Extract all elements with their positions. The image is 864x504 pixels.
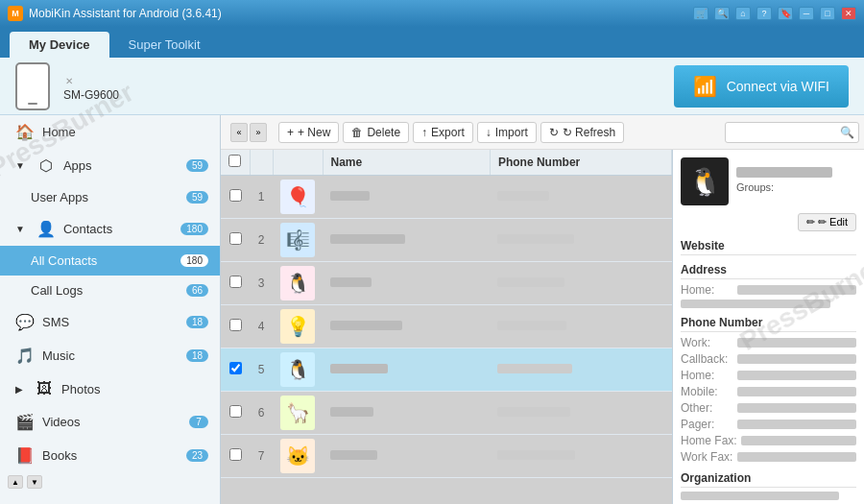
expand-arrow-icon: ▼: [15, 224, 25, 234]
tab-super-toolkit[interactable]: Super Toolkit: [109, 32, 220, 58]
sidebar-item-apps[interactable]: ▼ ⬡ Apps 59: [0, 149, 220, 182]
sidebar-item-all-contacts[interactable]: All Contacts 180: [0, 246, 220, 276]
table-row[interactable]: 7 🐱: [221, 435, 672, 478]
row-phone: [490, 262, 671, 305]
sidebar-item-user-apps[interactable]: User Apps 59: [0, 182, 220, 212]
phone-header: Phone Number: [490, 150, 671, 176]
row-avatar-cell: 🐧: [273, 348, 323, 392]
row-checkbox[interactable]: [229, 405, 242, 418]
row-checkbox[interactable]: [229, 362, 242, 374]
new-icon: +: [287, 126, 294, 139]
table-row[interactable]: 5 🐧: [221, 348, 672, 392]
export-button[interactable]: ↑ Export: [413, 122, 473, 143]
phone-callback-value: [737, 354, 856, 364]
scroll-left-button[interactable]: «: [230, 123, 248, 142]
phone-work-row: Work:: [681, 336, 856, 349]
sidebar-item-sms[interactable]: 💬 SMS 18: [0, 305, 220, 339]
delete-button[interactable]: 🗑 Delete: [343, 122, 409, 143]
sidebar-item-music[interactable]: 🎵 Music 18: [0, 339, 220, 372]
table-row[interactable]: 2 🎼: [221, 219, 672, 262]
sidebar-item-label: SMS: [42, 315, 179, 329]
address-section-title: Address: [681, 263, 856, 279]
search-icon[interactable]: 🔍: [714, 7, 730, 20]
sidebar-item-videos[interactable]: 🎬 Videos 7: [0, 405, 220, 439]
sidebar-item-label: Books: [42, 448, 179, 463]
apps-badge: 59: [186, 159, 208, 172]
scroll-arrows: « »: [230, 123, 267, 142]
cart-icon[interactable]: 🛒: [693, 7, 708, 20]
table-row[interactable]: 3 🐧: [221, 262, 672, 305]
row-checkbox-cell[interactable]: [221, 219, 250, 262]
close-button[interactable]: ✕: [841, 7, 856, 20]
wifi-connect-button[interactable]: 📶 Connect via WIFI: [674, 65, 849, 108]
import-button[interactable]: ↓ Import: [477, 122, 537, 143]
device-header: ✕ SM-G9600 📶 Connect via WIFI: [0, 58, 864, 115]
table-row[interactable]: 4 💡: [221, 305, 672, 348]
row-checkbox[interactable]: [229, 319, 242, 331]
sidebar-scroll-down[interactable]: ▼: [27, 475, 42, 489]
contact-avatar: 💡: [280, 309, 315, 344]
row-number: 7: [250, 435, 273, 478]
user-apps-badge: 59: [186, 191, 208, 204]
phone-home-fax-row: Home Fax:: [681, 434, 856, 447]
avatar-header: [273, 150, 323, 176]
home-icon[interactable]: ⌂: [735, 7, 751, 20]
books-icon: 📕: [15, 446, 35, 465]
new-button[interactable]: + + New: [278, 122, 339, 143]
row-avatar-cell: 🦙: [273, 392, 323, 435]
table-row[interactable]: 1 🎈: [221, 176, 672, 219]
row-checkbox-cell[interactable]: [221, 305, 250, 348]
phone-home-row: Home:: [681, 369, 856, 382]
wifi-connect-label: Connect via WIFI: [727, 79, 829, 94]
sidebar-scroll-up[interactable]: ▲: [8, 475, 23, 489]
table-row[interactable]: 6 🦙: [221, 392, 672, 435]
sidebar-item-photos[interactable]: ▶ 🖼 Photos: [0, 372, 220, 405]
question-icon[interactable]: ?: [756, 7, 772, 20]
org-value: [681, 492, 839, 500]
edit-button[interactable]: ✏ ✏ Edit: [798, 213, 856, 231]
sidebar-item-label: Contacts: [63, 222, 173, 236]
name-header: Name: [323, 150, 490, 176]
search-input[interactable]: [725, 122, 859, 143]
maximize-button[interactable]: □: [820, 7, 835, 20]
refresh-button[interactable]: ↻ ↻ Refresh: [540, 122, 624, 143]
main-layout: 🏠 Home ▼ ⬡ Apps 59 User Apps 59 ▼ 👤 Cont…: [0, 115, 864, 504]
row-checkbox-cell[interactable]: [221, 262, 250, 305]
row-phone: [490, 176, 671, 219]
row-checkbox-cell[interactable]: [221, 392, 250, 435]
row-name: [323, 176, 490, 219]
minimize-button[interactable]: ─: [799, 7, 814, 20]
select-all-header[interactable]: [221, 150, 250, 176]
row-checkbox-cell[interactable]: [221, 435, 250, 478]
row-checkbox[interactable]: [229, 448, 242, 461]
device-close-icon[interactable]: ✕: [65, 76, 73, 86]
row-checkbox[interactable]: [229, 189, 242, 202]
sidebar-item-books[interactable]: 📕 Books 23: [0, 439, 220, 472]
sidebar-item-label: Home: [42, 125, 208, 139]
row-phone: [490, 392, 671, 435]
sidebar-item-label: Videos: [42, 415, 181, 429]
content-area: « » + + New 🗑 Delete ↑ Export ↓ Import ↻: [221, 115, 864, 504]
select-all-checkbox[interactable]: [228, 155, 241, 167]
export-icon: ↑: [421, 126, 427, 139]
sidebar-item-home[interactable]: 🏠 Home: [0, 115, 220, 149]
website-section-title: Website: [681, 239, 856, 255]
row-checkbox[interactable]: [229, 276, 242, 288]
row-number: 4: [250, 305, 273, 348]
phone-other-row: Other:: [681, 401, 856, 415]
row-checkbox-cell[interactable]: [221, 348, 250, 392]
row-checkbox[interactable]: [229, 232, 242, 245]
sidebar-item-call-logs[interactable]: Call Logs 66: [0, 276, 220, 305]
scroll-right-button[interactable]: »: [250, 123, 267, 142]
row-checkbox-cell[interactable]: [221, 176, 250, 219]
edit-icon: ✏: [806, 216, 815, 228]
delete-icon: 🗑: [351, 126, 363, 139]
sidebar-item-contacts[interactable]: ▼ 👤 Contacts 180: [0, 212, 220, 246]
device-name: SM-G9600: [63, 88, 119, 102]
bookmark-icon[interactable]: 🔖: [778, 7, 793, 20]
contact-avatar: 🎈: [280, 180, 315, 214]
row-number: 6: [250, 392, 273, 435]
tab-my-device[interactable]: My Device: [10, 32, 109, 58]
contact-avatar: 🎼: [280, 223, 315, 257]
row-avatar-cell: 🐧: [273, 262, 323, 305]
